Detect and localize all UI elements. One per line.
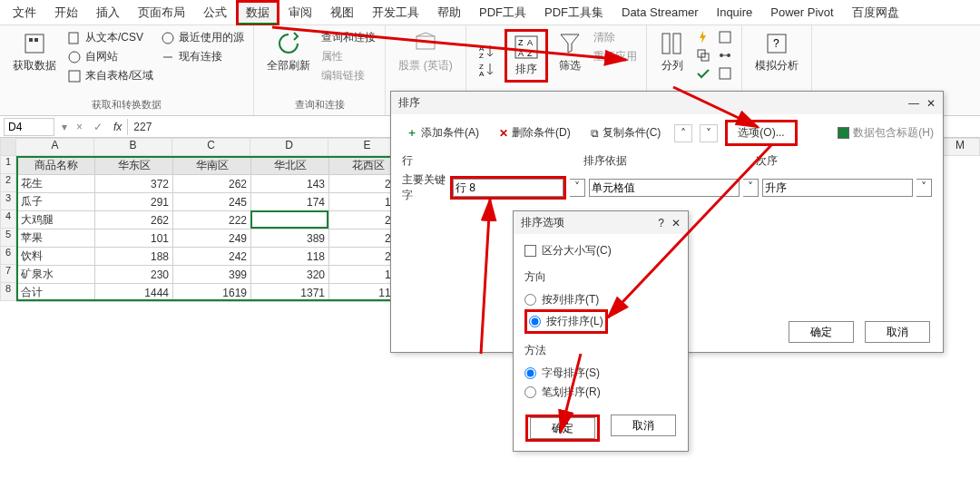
stocks-button[interactable]: 股票 (英语) xyxy=(393,29,457,75)
sort-key-select[interactable] xyxy=(453,179,564,197)
existing-conn[interactable]: 现有连接 xyxy=(159,48,246,65)
dropdown-icon[interactable]: ˅ xyxy=(916,179,932,197)
case-sensitive-checkbox[interactable]: 区分大小写(C) xyxy=(524,241,677,260)
dup-icon xyxy=(696,48,710,63)
move-down-button[interactable]: ˅ xyxy=(700,124,718,142)
cancel-icon[interactable]: × xyxy=(71,121,88,133)
headers-checkbox[interactable]: 数据包含标题(H) xyxy=(838,125,934,141)
top-to-bottom-radio[interactable]: 按列排序(T) xyxy=(524,290,677,309)
tab-view[interactable]: 视图 xyxy=(321,1,363,24)
row-header[interactable]: 7 xyxy=(0,265,16,283)
recent-sources[interactable]: 最近使用的源 xyxy=(159,29,246,46)
sort-az-button[interactable]: AZ ZA xyxy=(474,29,501,80)
drop-icon[interactable]: ▾ xyxy=(58,121,71,133)
svg-rect-24 xyxy=(720,68,730,79)
whatif-icon: ? xyxy=(764,31,789,56)
tab-dev[interactable]: 开发工具 xyxy=(363,1,428,24)
tab-datastreamer[interactable]: Data Streamer xyxy=(612,2,708,23)
data-validation[interactable] xyxy=(694,65,712,82)
relationships[interactable] xyxy=(716,47,734,63)
tab-pdftoolset[interactable]: PDF工具集 xyxy=(535,1,612,24)
tab-help[interactable]: 帮助 xyxy=(428,1,470,24)
consolidate[interactable] xyxy=(716,29,734,45)
row-header[interactable]: 8 xyxy=(0,283,16,301)
close-icon[interactable]: ✕ xyxy=(926,97,936,110)
minimize-icon[interactable]: — xyxy=(908,97,919,110)
col-header[interactable]: D xyxy=(250,138,328,156)
sort-ok-button[interactable]: 确定 xyxy=(789,321,854,343)
group-queries-conn: 查询和连接 xyxy=(261,96,377,112)
add-level-button[interactable]: ＋添加条件(A) xyxy=(400,122,485,143)
manage-model[interactable] xyxy=(716,65,734,82)
pinyin-radio[interactable]: 字母排序(S) xyxy=(524,364,677,383)
options-cancel-button[interactable]: 取消 xyxy=(611,415,676,436)
filter-button[interactable]: 筛选 xyxy=(552,29,588,75)
col-header[interactable]: A xyxy=(16,138,94,156)
reapply-filter[interactable]: 重新应用 xyxy=(592,48,639,65)
sort-on-select[interactable] xyxy=(589,179,740,197)
sort-button[interactable]: ZAAZ 排序 xyxy=(508,33,544,79)
flash-fill[interactable] xyxy=(694,29,712,45)
tab-baidu[interactable]: 百度网盘 xyxy=(843,1,908,24)
svg-rect-1 xyxy=(29,38,33,42)
col-header[interactable]: B xyxy=(94,138,172,156)
tab-powerpivot[interactable]: Power Pivot xyxy=(761,2,842,23)
dropdown-icon[interactable]: ˅ xyxy=(570,179,585,197)
clear-filter[interactable]: 清除 xyxy=(592,29,639,46)
tab-home[interactable]: 开始 xyxy=(45,1,87,24)
tab-formulas[interactable]: 公式 xyxy=(194,1,236,24)
from-web[interactable]: 自网站 xyxy=(65,48,155,65)
svg-text:A: A xyxy=(518,49,524,58)
checkbox-icon xyxy=(524,245,536,257)
row-header[interactable]: 5 xyxy=(0,229,16,247)
enter-icon[interactable]: ✓ xyxy=(88,121,108,133)
stocks-icon xyxy=(413,31,438,56)
data-table[interactable]: 商品名称华东区华南区华北区花西区 花生372262143221 瓜子291245… xyxy=(16,156,407,302)
fx-icon[interactable]: fx xyxy=(108,121,127,133)
properties[interactable]: 属性 xyxy=(319,48,377,65)
row-header[interactable]: 6 xyxy=(0,247,16,265)
tab-file[interactable]: 文件 xyxy=(4,1,45,24)
tab-inquire[interactable]: Inquire xyxy=(708,2,762,23)
sort-cancel-button[interactable]: 取消 xyxy=(865,321,930,343)
svg-rect-17 xyxy=(662,34,670,54)
col-header[interactable]: C xyxy=(172,138,250,156)
row-header[interactable]: 3 xyxy=(0,192,16,210)
delete-level-button[interactable]: ✕删除条件(D) xyxy=(493,122,577,143)
copy-level-button[interactable]: ⧉复制条件(C) xyxy=(584,122,668,143)
get-data-button[interactable]: 获取数据 xyxy=(7,29,62,75)
close-icon[interactable]: ✕ xyxy=(671,217,681,229)
columns-icon xyxy=(660,31,685,56)
tab-insert[interactable]: 插入 xyxy=(87,1,129,24)
text-to-columns[interactable]: 分列 xyxy=(654,29,691,75)
row-header[interactable]: 2 xyxy=(0,174,16,192)
left-to-right-radio[interactable]: 按行排序(L) xyxy=(529,312,603,331)
name-box[interactable] xyxy=(4,118,54,136)
dropdown-icon[interactable]: ˅ xyxy=(743,179,759,197)
select-all[interactable] xyxy=(0,138,16,156)
svg-point-22 xyxy=(720,54,723,57)
stroke-radio[interactable]: 笔划排序(R) xyxy=(524,383,677,402)
tab-pagelayout[interactable]: 页面布局 xyxy=(129,1,194,24)
sort-options-button[interactable]: 选项(O)... xyxy=(731,122,790,143)
queries-conn[interactable]: 查询和连接 xyxy=(319,29,377,46)
from-text-csv[interactable]: 从文本/CSV xyxy=(65,29,155,46)
move-up-button[interactable]: ˄ xyxy=(674,124,692,142)
order-select[interactable] xyxy=(762,179,913,197)
remove-dup[interactable] xyxy=(694,47,712,63)
edit-links[interactable]: 编辑链接 xyxy=(319,67,377,84)
options-ok-button[interactable]: 确定 xyxy=(530,417,595,439)
from-table-range[interactable]: 来自表格/区域 xyxy=(65,67,155,84)
refresh-all-button[interactable]: 全部刷新 xyxy=(261,29,316,75)
table-row: 苹果101249389230 xyxy=(17,229,407,248)
help-icon[interactable]: ? xyxy=(658,217,664,229)
row-header[interactable]: 1 xyxy=(0,156,16,174)
col-header[interactable]: M xyxy=(940,138,980,156)
row-header[interactable]: 4 xyxy=(0,210,16,229)
svg-text:Z: Z xyxy=(527,49,533,58)
tab-data[interactable]: 数据 xyxy=(236,0,279,25)
tab-review[interactable]: 审阅 xyxy=(279,1,321,24)
tab-pdftool[interactable]: PDF工具 xyxy=(470,1,535,24)
svg-text:A: A xyxy=(527,38,533,47)
whatif-button[interactable]: ? 模拟分析 xyxy=(750,29,804,75)
